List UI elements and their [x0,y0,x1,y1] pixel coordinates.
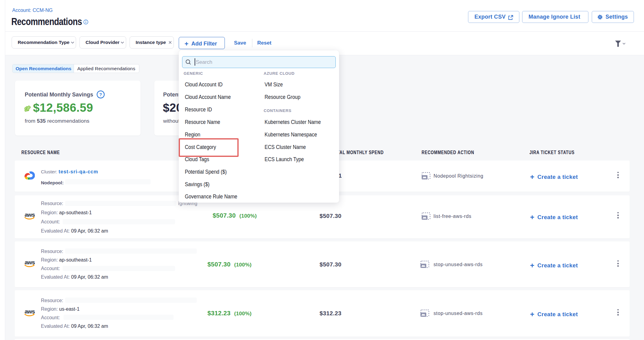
svg-text:?: ? [99,92,102,97]
